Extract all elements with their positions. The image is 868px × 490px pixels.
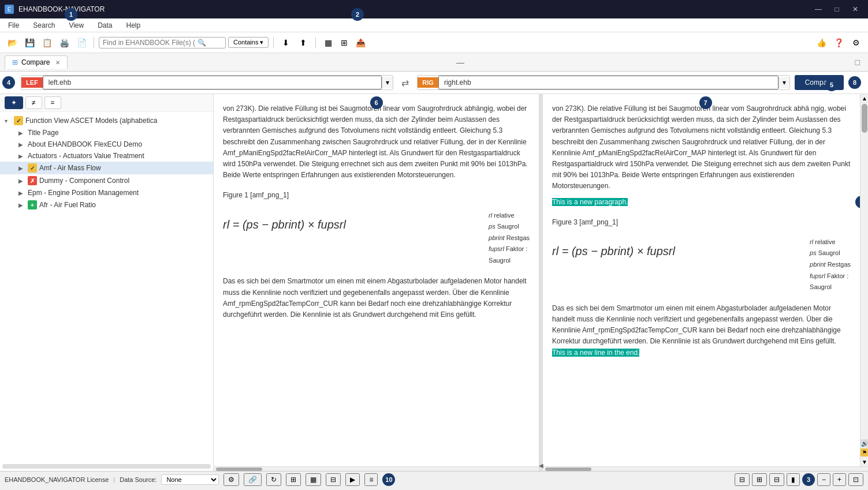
right-hscroll[interactable]	[543, 466, 868, 471]
view-zoom-bar[interactable]: ▮	[787, 473, 800, 486]
status-misc-btn[interactable]: ≡	[364, 473, 378, 486]
toolbar-right-btn-3[interactable]: ⚙	[848, 35, 863, 50]
compare-button[interactable]: Compare	[795, 75, 844, 90]
tree-arrow-amf: ▶	[18, 165, 28, 171]
left-panel-scroll[interactable]: von 273K). Die relative Füllung ist bei …	[214, 94, 539, 466]
tree-item-actuators[interactable]: ▶ Actuators - Actuators Value Treatment	[0, 150, 213, 162]
right-scroll-track[interactable]	[860, 103, 868, 439]
restore-button[interactable]: □	[829, 1, 845, 17]
badge-3: 3	[802, 473, 815, 486]
menu-help[interactable]: Help	[123, 20, 144, 31]
right-file-label: RIG	[418, 77, 438, 88]
tree-item-afr[interactable]: ▶ + Afr - Air Fuel Ratio	[0, 199, 213, 211]
tree-item-about[interactable]: ▶ About EHANDBOOK FlexECU Demo	[0, 139, 213, 150]
left-file-input[interactable]	[43, 76, 382, 89]
menu-file[interactable]: File	[5, 20, 23, 31]
right-scroll-down[interactable]: ▼	[860, 458, 868, 466]
tab-compare[interactable]: ⊞ Compare ✕	[5, 55, 68, 69]
right-audio-btn-1[interactable]: 🔊	[860, 439, 868, 447]
contains-button[interactable]: Contains ▾	[228, 37, 269, 48]
left-formula-block: rl = (ps − pbrint) × fupsrl rl relative …	[223, 211, 530, 267]
badge-8: 8	[848, 76, 861, 89]
legend-pbrint: pbrint	[489, 234, 505, 241]
tree-item-title[interactable]: ▶ Title Page	[0, 127, 213, 139]
right-panel-container: 7 von 273K). Die relative Füllung ist be…	[543, 94, 868, 471]
status-bar: EHANDBOOK_NAVIGATOR License | Data Sourc…	[0, 471, 868, 487]
right-audio-btn-2[interactable]: ⚑	[860, 448, 868, 457]
view-extra-btn[interactable]: ⊡	[848, 473, 863, 486]
compare-panels: 6 von 273K). Die relative Füllung ist be…	[214, 94, 868, 471]
toolbar-btn-5[interactable]: 📄	[74, 35, 89, 50]
left-file-arrow[interactable]: ▾	[382, 77, 393, 88]
r-legend-fupsrl: fupsrl	[810, 272, 825, 279]
filter-diff-btn[interactable]: ≠	[25, 96, 42, 109]
tree-item-function-view[interactable]: ▾ ✓ Function View ASCET Models (alphabet…	[0, 114, 213, 127]
filter-all-btn[interactable]: ✦	[5, 96, 23, 109]
right-formula-display: rl = (ps − pbrint) × fupsrl	[552, 245, 675, 257]
swap-button[interactable]: ⇄	[398, 76, 412, 89]
view-mode-2[interactable]: ⊞	[752, 473, 767, 486]
filter-same-btn[interactable]: =	[44, 96, 61, 109]
status-play-btn[interactable]: ▶	[345, 473, 360, 486]
tree-arrow-epm: ▶	[18, 190, 28, 196]
right-text-2: Das es sich bei dem Smartmotor um einen …	[552, 303, 851, 358]
zoom-out-btn[interactable]: −	[817, 473, 830, 486]
minimize-button[interactable]: —	[810, 1, 826, 17]
status-link-btn[interactable]: 🔗	[244, 473, 262, 486]
right-panel-scroll[interactable]: von 273K). Die relative Füllung ist bei …	[543, 94, 860, 466]
sidebar-scrollbar[interactable]	[2, 464, 211, 469]
tree-item-dummy[interactable]: ▶ ✗ Dummy - Component Control	[0, 174, 213, 187]
right-file-arrow[interactable]: ▾	[778, 77, 789, 88]
datasource-select[interactable]: None Source1 Source2	[161, 474, 219, 485]
right-hscroll-thumb[interactable]	[545, 467, 591, 471]
left-text-2: Das es sich bei dem Smartmotor um einen …	[223, 276, 530, 320]
tab-label: Compare	[21, 58, 50, 66]
tree-label-title: Title Page	[28, 129, 208, 137]
left-hscroll-thumb[interactable]	[216, 467, 262, 471]
right-scroll-up[interactable]: ▲	[860, 94, 868, 103]
menu-search[interactable]: Search	[29, 20, 58, 31]
collapse-arrow[interactable]: ◀	[539, 462, 543, 469]
nav-up-btn[interactable]: ⬆	[296, 35, 311, 50]
menu-view[interactable]: View	[65, 20, 87, 31]
tab-bar: ⊞ Compare ✕ — □	[0, 53, 868, 72]
status-grid-btn-2[interactable]: ▦	[306, 473, 321, 486]
legend-ps: ps	[489, 223, 496, 230]
menu-data[interactable]: Data	[94, 20, 116, 31]
view-btn-3[interactable]: 📤	[353, 35, 368, 50]
search-input[interactable]	[103, 39, 195, 47]
zoom-in-btn[interactable]: +	[833, 473, 846, 486]
status-gear-btn[interactable]: ⚙	[223, 473, 239, 486]
panel-divider[interactable]: ◀	[539, 94, 543, 471]
toolbar-btn-3[interactable]: 📋	[39, 35, 54, 50]
badge-10: 10	[382, 473, 395, 486]
status-grid-btn-1[interactable]: ⊞	[286, 473, 301, 486]
print-button[interactable]: 🖨️	[57, 35, 72, 50]
nav-down-btn[interactable]: ⬇	[278, 35, 293, 50]
left-hscroll[interactable]	[214, 466, 539, 471]
close-button[interactable]: ✕	[847, 1, 863, 17]
status-sep-1: |	[113, 476, 115, 483]
tree-icon-function: ✓	[14, 116, 23, 125]
view-mode-3[interactable]: ⊟	[769, 473, 784, 486]
tab-close-btn[interactable]: ✕	[55, 59, 60, 66]
right-file-input[interactable]	[438, 76, 778, 89]
view-mode-1[interactable]: ⊟	[735, 473, 750, 486]
toolbar-right-btn-2[interactable]: ❓	[831, 35, 846, 50]
save-button[interactable]: 💾	[22, 35, 37, 50]
view-btn-2[interactable]: ⊞	[337, 35, 352, 50]
open-button[interactable]: 📂	[5, 35, 20, 50]
right-scroll-thumb[interactable]	[862, 104, 867, 133]
tree-label-afr: Afr - Air Fuel Ratio	[39, 201, 208, 209]
tab-restore-btn[interactable]: □	[852, 57, 863, 68]
tree-icon-dummy: ✗	[28, 176, 37, 185]
new-line-highlight: This is a new line in the end.	[552, 349, 639, 357]
tree-item-amf[interactable]: ▶ ✓ Amf - Air Mass Flow	[0, 162, 213, 174]
legend-rl-desc: relative	[494, 212, 514, 219]
status-refresh-btn[interactable]: ↻	[266, 473, 281, 486]
view-btn-1[interactable]: ▦	[321, 35, 336, 50]
tab-minimize-btn[interactable]: —	[453, 57, 468, 68]
status-grid-btn-3[interactable]: ⊟	[326, 473, 341, 486]
toolbar-right-btn-1[interactable]: 👍	[814, 35, 829, 50]
tree-item-epm[interactable]: ▶ Epm - Engine Position Management	[0, 187, 213, 199]
